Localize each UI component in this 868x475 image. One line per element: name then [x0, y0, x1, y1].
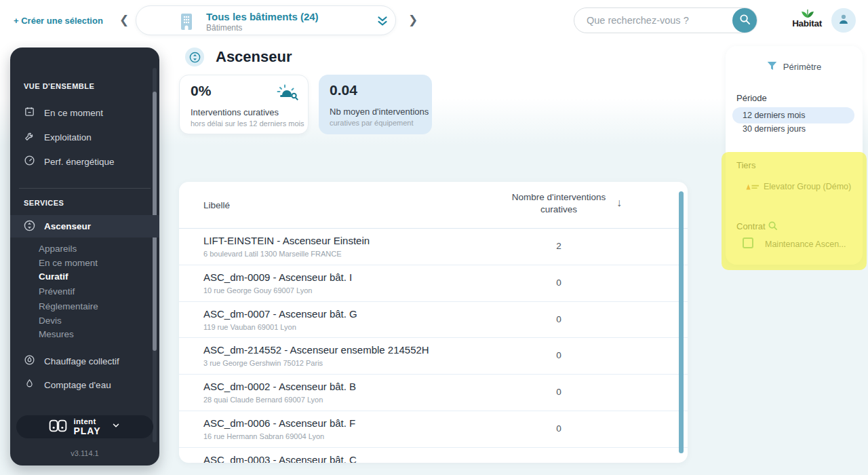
tiers-value[interactable]: Elevator Group (Démo) — [764, 182, 851, 191]
kpi-interventions-hors-delai: 0% Interventions curatives hors délai su… — [179, 75, 309, 134]
sidebar-subitem-en-ce-moment[interactable]: En ce moment — [39, 256, 98, 270]
sidebar-item-label: Perf. énergétique — [44, 157, 115, 167]
sidebar-item-label: Comptage d'eau — [44, 380, 111, 390]
tiers-label: Tiers — [736, 160, 755, 170]
ascenseur-title-icon — [185, 48, 204, 66]
equipment-title: ASC_dm-0006 - Ascenseur bât. F — [203, 417, 355, 429]
kpi-nb-moyen-interventions: 0.04 Nb moyen d'interventions curatives … — [319, 75, 432, 134]
sidebar-subitem-devis[interactable]: Devis — [39, 314, 62, 328]
intervention-count: 0 — [498, 314, 620, 324]
table-row[interactable]: ASC_dm-0002 - Ascenseur bât. B 28 quai C… — [179, 375, 688, 411]
kpi-value: 0.04 — [330, 82, 357, 98]
table-row[interactable]: LIFT-EINSTEIN - Ascenseur Einstein 6 bou… — [179, 229, 688, 265]
perimetre-title: Périmètre — [783, 62, 821, 72]
contrat-checkbox[interactable] — [743, 238, 753, 248]
equipment-title: ASC_dm-0002 - Ascenseur bât. B — [203, 381, 356, 392]
equipment-address: 3 rue George Gershwin 75012 Paris — [203, 359, 323, 367]
building-icon — [178, 12, 195, 33]
intent-play-logo-icon — [49, 419, 67, 435]
chevron-right-icon[interactable]: ❯ — [408, 14, 418, 26]
table-scrollbar-thumb[interactable] — [679, 191, 684, 453]
search-input[interactable] — [576, 10, 730, 31]
periode-option-30-jours[interactable]: 30 derniers jours — [743, 124, 806, 134]
equipment-address: 10 rue George Gouy 69007 Lyon — [203, 286, 312, 294]
contrat-search-icon[interactable] — [768, 221, 778, 233]
water-drop-icon — [24, 378, 35, 392]
sidebar-item-ascenseur[interactable]: Ascenseur — [10, 215, 159, 238]
sidebar-item-perf-energetique[interactable]: Perf. énergétique — [10, 149, 159, 174]
building-selector[interactable]: Tous les bâtiments (24) Bâtiments — [136, 5, 396, 35]
equipment-title: ASC_dm-0009 - Ascenseur bât. I — [203, 271, 352, 283]
periode-label: Période — [736, 93, 767, 103]
kpi-sublabel: hors délai sur les 12 derniers mois — [191, 119, 304, 128]
periode-option-12-mois[interactable]: 12 derniers mois — [732, 107, 854, 124]
contrat-option[interactable]: Maintenance Ascen... — [765, 240, 846, 249]
topbar: + Créer une sélection ❮ Tous les bâtimen… — [0, 0, 868, 41]
sidebar-item-label: En ce moment — [44, 108, 103, 118]
elevator-group-logo — [743, 182, 760, 194]
intervention-count: 0 — [498, 350, 620, 360]
sidebar-item-label: Chauffage collectif — [44, 356, 119, 366]
table-row-partial[interactable]: ASC_dm-0003 - Ascenseur bât. C — [179, 448, 688, 463]
intent-play-button[interactable]: intent PLAY — [16, 415, 153, 438]
equipment-title: ASC_dm-214552 - Ascenseur ensemble 21455… — [203, 344, 429, 356]
interventions-table: Libellé Nombre d'interventions curatives… — [179, 182, 688, 463]
sidebar-subitem-preventif[interactable]: Préventif — [39, 285, 75, 299]
habitat-logo: Habitat — [789, 18, 825, 28]
search-bar — [574, 7, 757, 33]
chevron-left-icon[interactable]: ❮ — [119, 14, 129, 26]
sidebar-item-label: Exploitation — [44, 132, 92, 142]
page-title: Ascenseur — [216, 48, 292, 66]
intervention-count: 0 — [498, 278, 620, 288]
table-row[interactable]: ASC_dm-214552 - Ascenseur ensemble 21455… — [179, 338, 688, 375]
table-row[interactable]: ASC_dm-0007 - Ascenseur bât. G 119 rue V… — [179, 302, 688, 339]
sidebar-subitem-curatif[interactable]: Curatif — [39, 270, 68, 284]
sidebar-item-exploitation[interactable]: Exploitation — [10, 125, 159, 149]
intervention-count: 0 — [498, 387, 620, 397]
selector-subtitle: Bâtiments — [206, 23, 242, 33]
sidebar: VUE D'ENSEMBLE En ce moment Exploitation… — [10, 48, 159, 466]
kpi-sublabel: curatives par équipement — [330, 119, 414, 127]
sidebar-subitem-reglementaire[interactable]: Réglementaire — [39, 300, 98, 314]
funnel-icon — [767, 61, 777, 73]
equipment-title: LIFT-EINSTEIN - Ascenseur Einstein — [203, 235, 370, 246]
contrat-label: Contrat — [736, 221, 766, 231]
equipment-address: 119 rue Vauban 69001 Lyon — [203, 323, 296, 331]
kpi-label: Interventions curatives — [191, 107, 279, 117]
elevator-icon — [24, 220, 35, 233]
perimetre-header: Périmètre — [726, 61, 863, 73]
intervention-count: 0 — [498, 423, 620, 434]
sidebar-subitem-mesures[interactable]: Mesures — [39, 328, 74, 341]
gauge-icon — [24, 155, 35, 168]
equipment-address: 16 rue Hermann Sabran 69004 Lyon — [203, 432, 324, 440]
sidebar-subitem-appareils[interactable]: Appareils — [39, 242, 77, 256]
sidebar-item-en-ce-moment[interactable]: En ce moment — [10, 100, 159, 125]
user-avatar[interactable] — [831, 8, 856, 33]
app-version: v3.114.1 — [10, 449, 159, 457]
table-row[interactable]: ASC_dm-0006 - Ascenseur bât. F 16 rue He… — [179, 411, 688, 448]
search-button[interactable] — [732, 8, 757, 33]
sidebar-item-comptage-eau[interactable]: Comptage d'eau — [10, 373, 159, 397]
table-header: Libellé Nombre d'interventions curatives… — [179, 182, 688, 229]
intervention-count: 2 — [498, 241, 620, 251]
sidebar-item-chauffage-collectif[interactable]: Chauffage collectif — [10, 349, 159, 373]
flame-icon — [24, 354, 35, 368]
search-icon — [739, 14, 751, 27]
sort-descending-icon[interactable]: ↓ — [616, 197, 622, 209]
chevron-down-icon[interactable] — [111, 421, 121, 433]
siren-wrench-icon — [275, 82, 299, 104]
tools-icon — [24, 130, 35, 144]
create-selection-link[interactable]: + Créer une sélection — [14, 16, 103, 26]
table-row[interactable]: ASC_dm-0009 - Ascenseur bât. I 10 rue Ge… — [179, 265, 688, 302]
selector-title: Tous les bâtiments (24) — [206, 11, 319, 22]
double-chevron-down-icon[interactable] — [375, 14, 390, 31]
kpi-value: 0% — [191, 83, 211, 99]
section-services-label: SERVICES — [24, 199, 64, 207]
person-icon — [836, 12, 851, 29]
column-nombre-interventions[interactable]: Nombre d'interventions curatives — [498, 191, 620, 215]
equipment-title: ASC_dm-0007 - Ascenseur bât. G — [203, 308, 357, 320]
play-label: PLAY — [73, 426, 100, 436]
calendar-icon — [24, 106, 35, 119]
intent-label: intent — [73, 418, 100, 426]
filter-panel: Périmètre Période 12 derniers mois 30 de… — [726, 46, 863, 265]
